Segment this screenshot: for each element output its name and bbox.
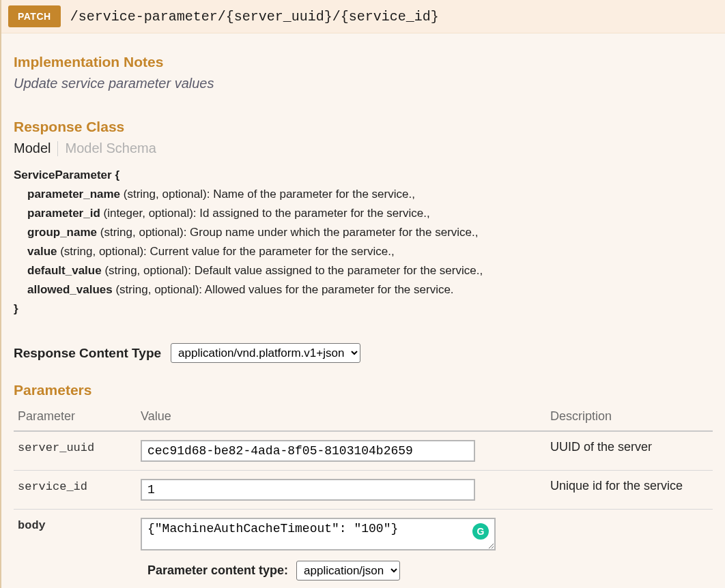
param-row: server_uuid UUID of the server bbox=[14, 431, 713, 471]
http-method-badge: PATCH bbox=[8, 5, 61, 27]
prop-name: parameter_name bbox=[27, 188, 120, 201]
model-definition: ServiceParameter { parameter_name (strin… bbox=[14, 166, 713, 319]
response-class-title: Response Class bbox=[14, 119, 713, 135]
model-properties: parameter_name (string, optional): Name … bbox=[14, 185, 713, 299]
param-name: service_id bbox=[18, 480, 87, 493]
implementation-notes-text: Update service parameter values bbox=[14, 76, 713, 91]
model-struct-close: } bbox=[14, 299, 713, 319]
model-struct-open: ServiceParameter { bbox=[14, 166, 713, 185]
param-content-type-label: Parameter content type: bbox=[147, 563, 288, 578]
body-textarea[interactable] bbox=[141, 518, 496, 550]
tab-divider bbox=[57, 141, 58, 156]
model-prop: group_name (string, optional): Group nam… bbox=[27, 223, 713, 242]
param-description: Unique id for the service bbox=[550, 479, 683, 493]
param-name: body bbox=[18, 519, 46, 532]
prop-rest: (string, optional): Default value assign… bbox=[102, 264, 483, 277]
prop-rest: (string, optional): Name of the paramete… bbox=[120, 188, 415, 201]
prop-name: value bbox=[27, 245, 57, 258]
prop-rest: (string, optional): Current value for th… bbox=[57, 245, 394, 258]
prop-name: parameter_id bbox=[27, 207, 100, 220]
model-prop: parameter_id (integer, optional): Id ass… bbox=[27, 204, 713, 223]
response-content-type-select[interactable]: application/vnd.platform.v1+json bbox=[171, 343, 360, 363]
endpoint-path: /service-parameter/{server_uuid}/{servic… bbox=[70, 9, 439, 25]
parameters-table: Parameter Value Description server_uuid … bbox=[14, 404, 713, 588]
model-prop: parameter_name (string, optional): Name … bbox=[27, 185, 713, 204]
param-description: UUID of the server bbox=[550, 440, 652, 454]
operation-header[interactable]: PATCH /service-parameter/{server_uuid}/{… bbox=[1, 0, 725, 33]
param-row: service_id Unique id for the service bbox=[14, 471, 713, 510]
col-header-parameter: Parameter bbox=[14, 404, 137, 431]
implementation-notes-title: Implementation Notes bbox=[14, 54, 713, 70]
param-content-type-row: Parameter content type: application/json bbox=[141, 561, 542, 580]
parameters-title: Parameters bbox=[14, 382, 713, 398]
prop-name: group_name bbox=[27, 226, 97, 239]
param-row: body G Parameter content type: applicati… bbox=[14, 510, 713, 588]
response-content-type-label: Response Content Type bbox=[14, 346, 161, 361]
response-class-tabs: Model Model Schema bbox=[14, 141, 713, 156]
operation-body: Implementation Notes Update service para… bbox=[1, 33, 725, 588]
prop-rest: (integer, optional): Id assigned to the … bbox=[100, 207, 430, 220]
param-name: server_uuid bbox=[18, 441, 94, 454]
tab-model[interactable]: Model bbox=[14, 141, 57, 156]
server-uuid-input[interactable] bbox=[141, 440, 475, 462]
prop-name: default_value bbox=[27, 264, 102, 277]
param-content-type-select[interactable]: application/json bbox=[296, 561, 400, 580]
api-operation-panel: PATCH /service-parameter/{server_uuid}/{… bbox=[0, 0, 725, 588]
prop-rest: (string, optional): Allowed values for t… bbox=[113, 283, 454, 296]
response-content-type-row: Response Content Type application/vnd.pl… bbox=[14, 343, 713, 363]
model-prop: allowed_values (string, optional): Allow… bbox=[27, 280, 713, 299]
model-prop: default_value (string, optional): Defaul… bbox=[27, 261, 713, 280]
col-header-value: Value bbox=[137, 404, 546, 431]
col-header-description: Description bbox=[546, 404, 713, 431]
prop-name: allowed_values bbox=[27, 283, 113, 296]
model-prop: value (string, optional): Current value … bbox=[27, 242, 713, 261]
prop-rest: (string, optional): Group name under whi… bbox=[97, 226, 478, 239]
tab-model-schema[interactable]: Model Schema bbox=[65, 141, 162, 156]
service-id-input[interactable] bbox=[141, 479, 475, 501]
